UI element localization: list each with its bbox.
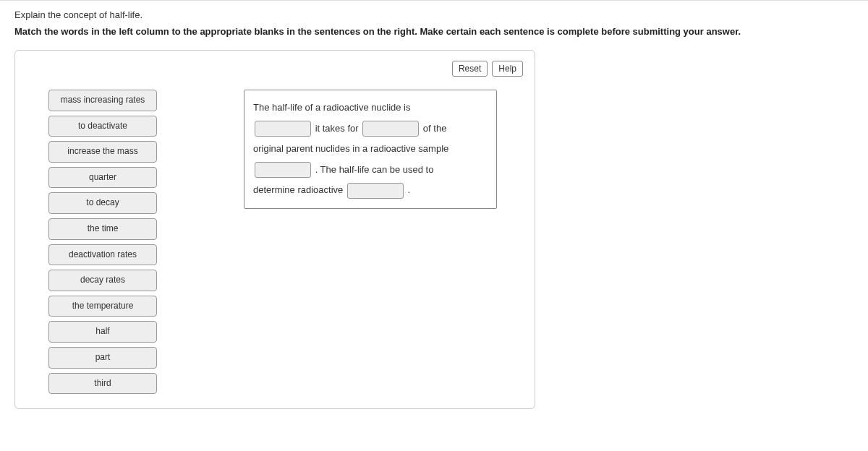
sentence-text: determine radioactive	[253, 184, 343, 195]
sentence-text: The half-life of a radioactive nuclide i…	[253, 102, 411, 113]
word-item[interactable]: decay rates	[48, 270, 157, 291]
reset-button[interactable]: Reset	[452, 61, 488, 77]
exercise-box: Reset Help mass increasing rates to deac…	[14, 50, 535, 409]
blank-slot-1[interactable]	[255, 121, 311, 137]
word-item[interactable]: third	[48, 373, 157, 395]
exercise-content: mass increasing rates to deactivate incr…	[27, 90, 523, 394]
blank-slot-3[interactable]	[255, 162, 311, 178]
word-item[interactable]: half	[48, 321, 157, 343]
help-button[interactable]: Help	[492, 61, 523, 77]
word-item[interactable]: to deactivate	[48, 116, 157, 137]
sentence-text: . The half-life can be used to	[315, 164, 434, 175]
exercise-container: Explain the concept of half-life. Match …	[0, 0, 868, 424]
intro-text: Explain the concept of half-life.	[14, 9, 854, 20]
word-item[interactable]: to decay	[48, 192, 157, 214]
sentence-text: original parent nuclides in a radioactiv…	[253, 143, 448, 154]
blank-slot-4[interactable]	[347, 183, 404, 199]
word-item[interactable]: quarter	[48, 167, 157, 189]
blank-slot-2[interactable]	[362, 121, 419, 137]
word-item[interactable]: mass increasing rates	[48, 90, 157, 111]
sentence-box: The half-life of a radioactive nuclide i…	[244, 90, 497, 209]
sentence-text: .	[408, 184, 411, 195]
word-item[interactable]: increase the mass	[48, 141, 157, 163]
sentence-text: it takes for	[315, 123, 359, 134]
word-item[interactable]: the temperature	[48, 296, 157, 317]
instruction-text: Match the words in the left column to th…	[14, 26, 854, 37]
word-item[interactable]: the time	[48, 218, 157, 240]
word-item[interactable]: deactivation rates	[48, 244, 157, 266]
word-bank: mass increasing rates to deactivate incr…	[48, 90, 157, 394]
sentence-text: of the	[423, 123, 447, 134]
toolbar: Reset Help	[27, 61, 523, 77]
word-item[interactable]: part	[48, 347, 157, 369]
